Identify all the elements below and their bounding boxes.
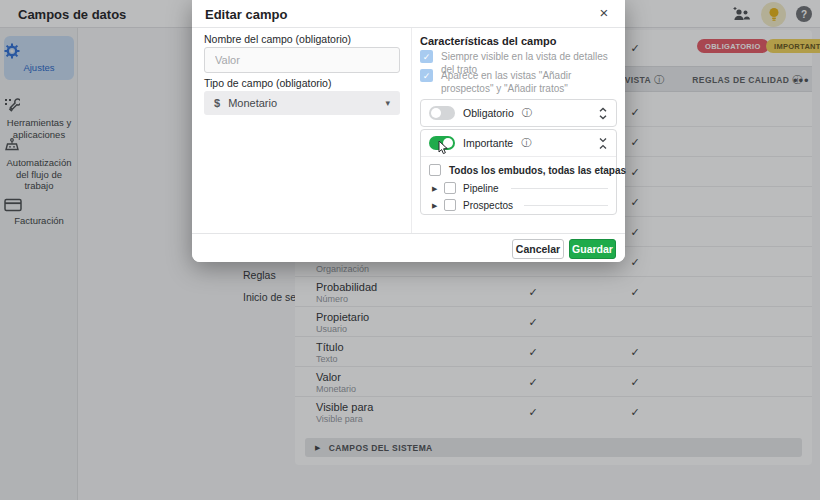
- edit-field-modal: Editar campo × Nombre del campo (obligat…: [192, 0, 625, 262]
- pipelines-tree: Todos los embudos, todas las etapas ▶ Pi…: [421, 156, 616, 215]
- modal-footer: Cancelar Guardar: [192, 233, 625, 262]
- info-icon[interactable]: ⓘ: [521, 136, 531, 150]
- modal-header: Editar campo ×: [192, 0, 625, 28]
- field-name-label: Nombre del campo (obligatorio): [204, 33, 351, 45]
- checkbox-appears-views[interactable]: ✓: [420, 69, 433, 82]
- collapse-icon[interactable]: [598, 137, 608, 150]
- checkbox-appears-views-label: Aparece en las vistas "Añadir prospectos…: [441, 70, 617, 95]
- divider: [524, 205, 608, 206]
- characteristics-title: Características del campo: [420, 35, 556, 47]
- obligatorio-label: Obligatorio: [463, 107, 514, 119]
- dollar-icon: $: [214, 97, 220, 109]
- checkbox-always-visible[interactable]: ✓: [420, 50, 433, 63]
- checkbox-all-pipelines[interactable]: [429, 164, 441, 176]
- mouse-cursor: [438, 141, 450, 155]
- save-button[interactable]: Guardar: [569, 239, 616, 259]
- column-divider: [411, 28, 412, 233]
- caret-right-icon[interactable]: ▶: [432, 202, 437, 210]
- importante-label: Importante: [463, 137, 513, 149]
- all-pipelines-label: Todos los embudos, todas las etapas: [449, 165, 626, 176]
- modal-title: Editar campo: [205, 7, 287, 22]
- close-icon[interactable]: ×: [595, 4, 613, 24]
- divider: [511, 188, 608, 189]
- caret-right-icon[interactable]: ▶: [432, 185, 437, 193]
- field-type-value: Monetario: [228, 97, 277, 109]
- pipeline-label: Pipeline: [463, 183, 499, 194]
- field-type-label: Tipo de campo (obligatorio): [204, 77, 331, 89]
- field-name-input[interactable]: [204, 47, 400, 73]
- info-icon[interactable]: ⓘ: [522, 106, 532, 120]
- obligatorio-toggle[interactable]: [429, 106, 455, 120]
- obligatorio-section: Obligatorio ⓘ: [420, 99, 617, 127]
- cancel-button[interactable]: Cancelar: [512, 239, 564, 259]
- expand-icon[interactable]: [598, 107, 608, 120]
- field-type-select[interactable]: $ Monetario ▾: [204, 91, 400, 115]
- prospectos-label: Prospectos: [463, 200, 513, 211]
- chevron-down-icon: ▾: [385, 98, 390, 108]
- checkbox-pipeline[interactable]: [444, 182, 456, 194]
- checkbox-prospectos[interactable]: [444, 199, 456, 211]
